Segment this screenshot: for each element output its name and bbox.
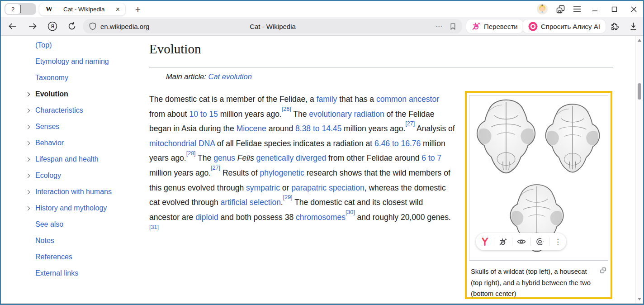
article-link[interactable]: Miocene	[237, 124, 266, 133]
preview-eye-icon[interactable]	[517, 238, 526, 245]
reference-link[interactable]: [27]	[405, 120, 415, 127]
article-text: that has a	[337, 95, 376, 104]
tab-close-icon[interactable]: ×	[116, 6, 120, 13]
sidebar-item-taxonomy[interactable]: Taxonomy	[25, 70, 145, 86]
chevron-right-icon[interactable]	[26, 92, 30, 96]
article-link[interactable]: 8.38 to 14.45	[295, 124, 341, 133]
translate-label: Перевести	[484, 23, 518, 30]
sidebar-item-see-also[interactable]: See also	[25, 216, 145, 233]
reference-link[interactable]: [30]	[346, 209, 355, 215]
reference-sup: [26]	[282, 106, 291, 112]
chevron-right-icon[interactable]	[26, 173, 30, 178]
article-link[interactable]: diploid	[195, 213, 218, 222]
tab-counter-button[interactable]: 2	[5, 3, 36, 15]
more-actions-icon[interactable]: ⋯	[436, 22, 443, 30]
chevron-right-icon[interactable]	[26, 190, 30, 194]
article-link[interactable]: family	[317, 95, 337, 104]
scrollbar-thumb[interactable]	[638, 83, 641, 100]
maximize-button[interactable]	[608, 6, 620, 12]
main-article-link[interactable]: Cat evolution	[208, 72, 252, 81]
article-link[interactable]: 10 to 15	[189, 110, 218, 119]
enlarge-icon[interactable]	[600, 267, 606, 274]
close-window-button[interactable]	[628, 6, 639, 12]
tab-cat-wikipedia[interactable]: W Cat - Wikipedia ×	[39, 3, 126, 16]
sidebar-item-references[interactable]: References	[25, 249, 145, 265]
sidebar-item-ecology[interactable]: Ecology	[25, 167, 145, 184]
sidebar-item-label: Taxonomy	[35, 74, 68, 82]
article-link[interactable]: evolutionary radiation	[309, 110, 384, 119]
reference-link[interactable]: [26]	[282, 106, 291, 112]
back-button[interactable]	[6, 20, 19, 33]
profile-avatar[interactable]	[536, 3, 548, 15]
wildcat-skull	[477, 100, 535, 173]
sidebar-item-behavior[interactable]: Behavior	[25, 135, 145, 151]
browser-toolbar: Я en.wikipedia.org Cat - Wikipedia ⋯	[1, 17, 643, 36]
image-more-icon[interactable]: ⋮	[554, 237, 562, 247]
chevron-right-icon[interactable]	[26, 141, 30, 145]
image-hover-toolbar: ⋮	[476, 233, 566, 250]
skulls-figure: ⋮ Skulls of a wildcat (top left), a hous…	[465, 91, 612, 299]
yandex-logo-icon[interactable]	[480, 237, 489, 246]
figure-caption: Skulls of a wildcat (top left), a housec…	[467, 263, 611, 302]
sidebar-item-top[interactable]: (Top)	[25, 37, 145, 53]
sidebar-item-interaction-with-humans[interactable]: Interaction with humans	[25, 184, 145, 200]
bookmark-icon[interactable]	[449, 23, 457, 30]
article-link[interactable]: common ancestor	[376, 95, 439, 104]
reference-link[interactable]: [31]	[149, 224, 159, 230]
menu-icon[interactable]	[573, 6, 581, 12]
article-link[interactable]: genus	[213, 153, 235, 162]
scroll-down-arrow[interactable]	[638, 298, 641, 300]
article-link[interactable]: genetically diverged	[256, 153, 327, 162]
minimize-button[interactable]	[589, 6, 601, 12]
chevron-right-icon[interactable]	[26, 206, 30, 210]
article-link[interactable]: phylogenetic	[260, 168, 304, 177]
tab-count[interactable]: 2	[5, 4, 20, 14]
new-tab-button[interactable]: +	[131, 3, 145, 16]
sidebar-item-history-and-mythology[interactable]: History and mythology	[25, 200, 145, 216]
reference-sup: [27]	[405, 120, 415, 127]
article-link[interactable]: parapatric speciation	[291, 183, 364, 192]
reference-sup: [30]	[346, 209, 355, 215]
chevron-right-icon[interactable]	[26, 108, 30, 113]
collections-icon[interactable]	[556, 5, 565, 14]
article-link[interactable]: artificial selection	[221, 198, 281, 207]
article-text: or	[280, 183, 291, 192]
translate-button[interactable]: Перевести	[466, 19, 523, 33]
sidebar-item-etymology-and-naming[interactable]: Etymology and naming	[25, 53, 145, 70]
article-link[interactable]: sympatric	[246, 183, 280, 192]
refresh-icon[interactable]	[66, 20, 78, 33]
translate-image-icon[interactable]	[499, 238, 507, 246]
article-link[interactable]: mitochondrial DNA	[149, 139, 215, 148]
reference-sup: [31]	[149, 224, 159, 230]
ask-alice-button[interactable]: Спросить Алису AI	[523, 19, 606, 33]
skulls-image[interactable]: ⋮	[469, 95, 608, 261]
yandex-start-icon[interactable]: Я	[46, 20, 59, 33]
url-text: en.wikipedia.org	[100, 23, 149, 30]
reference-link[interactable]: [29]	[283, 194, 293, 200]
scroll-up-arrow[interactable]	[638, 39, 641, 42]
tab-strip: 2 W Cat - Wikipedia × +	[1, 1, 643, 17]
article-link[interactable]: chromosomes	[296, 213, 346, 222]
forward-button[interactable]	[26, 20, 39, 33]
image-search-lens-icon[interactable]	[535, 237, 545, 246]
sidebar-item-label: Interaction with humans	[35, 188, 112, 196]
sidebar-item-external-links[interactable]: External links	[25, 265, 145, 281]
article-text: around	[266, 124, 295, 133]
chevron-right-icon[interactable]	[26, 124, 30, 129]
article-link[interactable]: 6.46 to 16.76	[374, 139, 421, 148]
downloads-icon[interactable]	[627, 20, 639, 33]
chevron-right-icon[interactable]	[26, 157, 30, 162]
sidebar-item-lifespan-and-health[interactable]: Lifespan and health	[25, 151, 145, 167]
article-link[interactable]: 6 to 7	[421, 153, 441, 162]
translate-icon	[472, 22, 481, 31]
extensions-icon[interactable]	[608, 20, 621, 33]
page-scrollbar[interactable]	[635, 36, 643, 303]
italic-taxon: Felis	[237, 153, 254, 162]
address-bar[interactable]: en.wikipedia.org Cat - Wikipedia ⋯	[83, 19, 462, 33]
sidebar-item-evolution[interactable]: Evolution	[25, 86, 145, 102]
sidebar-item-characteristics[interactable]: Characteristics	[25, 102, 145, 119]
reference-link[interactable]: [27]	[211, 165, 220, 171]
sidebar-item-notes[interactable]: Notes	[25, 233, 145, 249]
sidebar-item-senses[interactable]: Senses	[25, 119, 145, 135]
reference-link[interactable]: [28]	[186, 150, 196, 157]
